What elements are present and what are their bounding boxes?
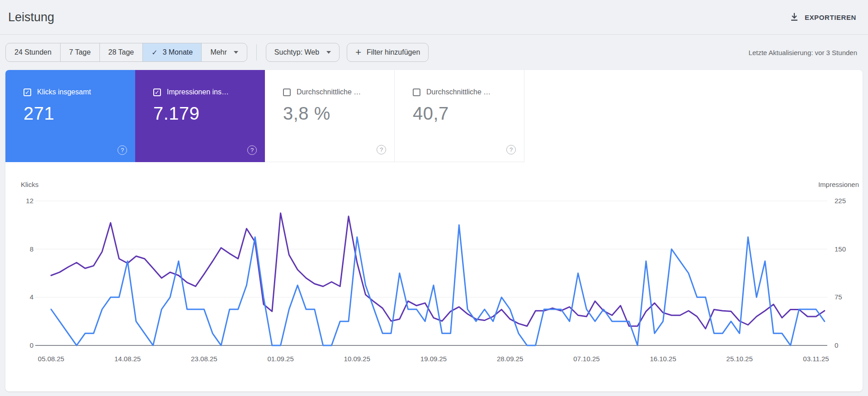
more-label: Mehr — [210, 48, 226, 56]
search-type-label: Suchtyp: Web — [274, 48, 319, 56]
x-axis-tick: 01.09.25 — [267, 355, 293, 363]
checkbox-unchecked-icon[interactable] — [283, 89, 291, 96]
range-3-months-label: 3 Monate — [163, 48, 193, 56]
metric-label: Impressionen ins… — [167, 88, 229, 96]
plus-icon: + — [355, 47, 361, 57]
range-28-days[interactable]: 28 Tage — [100, 43, 143, 61]
checkbox-checked-icon[interactable]: ✓ — [24, 89, 31, 96]
metric-label: Klicks insgesamt — [37, 88, 91, 96]
help-icon[interactable]: ? — [377, 145, 386, 154]
metric-card-total-clicks[interactable]: ✓ Klicks insgesamt 271 ? — [5, 70, 135, 162]
metric-value: 7.179 — [153, 103, 265, 124]
klicks-line — [51, 225, 825, 345]
page-title: Leistung — [8, 10, 54, 24]
metric-value: 271 — [24, 103, 135, 124]
right-axis-tick: 0 — [835, 341, 838, 349]
help-icon[interactable]: ? — [506, 145, 516, 154]
time-range-group: 24 Stunden 7 Tage 28 Tage ✓ 3 Monate Meh… — [5, 43, 247, 62]
caret-down-icon — [326, 51, 331, 54]
add-filter-label: Filter hinzufügen — [367, 48, 420, 56]
x-axis-tick: 03.11.25 — [803, 355, 829, 363]
metric-card-average-ctr[interactable]: Durchschnittliche … 3,8 % ? — [265, 70, 395, 162]
performance-line-chart[interactable]: 00475815012225KlicksImpressionen05.08.25… — [5, 167, 863, 375]
help-icon[interactable]: ? — [118, 145, 127, 155]
filter-toolbar: 24 Stunden 7 Tage 28 Tage ✓ 3 Monate Meh… — [0, 35, 868, 70]
right-axis-tick: 75 — [835, 293, 842, 301]
range-3-months[interactable]: ✓ 3 Monate — [143, 43, 202, 61]
range-24-hours[interactable]: 24 Stunden — [6, 43, 61, 61]
metric-label: Durchschnittliche … — [297, 88, 361, 96]
right-axis-title: Impressionen — [818, 181, 859, 188]
x-axis-tick: 05.08.25 — [38, 355, 64, 363]
x-axis-tick: 07.10.25 — [573, 355, 599, 363]
download-icon — [789, 12, 799, 22]
performance-card: ✓ Klicks insgesamt 271 ? ✓ Impressionen … — [5, 70, 863, 391]
metric-card-total-impressions[interactable]: ✓ Impressionen ins… 7.179 ? — [135, 70, 265, 162]
metric-value: 40,7 — [413, 103, 524, 124]
toolbar-divider — [256, 44, 257, 61]
x-axis-tick: 19.09.25 — [420, 355, 447, 363]
x-axis-tick: 28.09.25 — [497, 355, 523, 363]
x-axis-tick: 16.10.25 — [650, 355, 676, 363]
metric-value: 3,8 % — [283, 103, 394, 124]
check-icon: ✓ — [151, 48, 157, 57]
more-ranges-button[interactable]: Mehr — [202, 43, 246, 61]
range-7-days[interactable]: 7 Tage — [61, 43, 100, 61]
page-header: Leistung EXPORTIEREN — [0, 0, 868, 35]
left-axis-tick: 12 — [26, 197, 33, 205]
right-axis-tick: 150 — [835, 245, 846, 253]
add-filter-button[interactable]: + Filter hinzufügen — [347, 43, 429, 62]
metric-card-average-position[interactable]: Durchschnittliche … 40,7 ? — [395, 70, 524, 162]
checkbox-unchecked-icon[interactable] — [413, 89, 420, 96]
metrics-row: ✓ Klicks insgesamt 271 ? ✓ Impressionen … — [5, 70, 863, 162]
x-axis-tick: 14.08.25 — [114, 355, 141, 363]
metric-label: Durchschnittliche … — [426, 88, 491, 96]
export-button[interactable]: EXPORTIEREN — [789, 12, 856, 22]
left-axis-tick: 8 — [30, 245, 33, 253]
x-axis-tick: 25.10.25 — [726, 355, 753, 363]
checkbox-checked-icon[interactable]: ✓ — [153, 89, 161, 96]
last-updated-text: Letzte Aktualisierung: vor 3 Stunden — [749, 49, 857, 56]
left-axis-title: Klicks — [21, 181, 38, 188]
x-axis-tick: 23.08.25 — [191, 355, 217, 363]
caret-down-icon — [234, 51, 238, 54]
help-icon[interactable]: ? — [247, 145, 257, 155]
export-label: EXPORTIEREN — [805, 14, 856, 21]
search-type-button[interactable]: Suchtyp: Web — [266, 43, 340, 62]
x-axis-tick: 10.09.25 — [344, 355, 370, 363]
right-axis-tick: 225 — [835, 197, 846, 205]
left-axis-tick: 0 — [30, 341, 33, 349]
left-axis-tick: 4 — [30, 293, 33, 301]
